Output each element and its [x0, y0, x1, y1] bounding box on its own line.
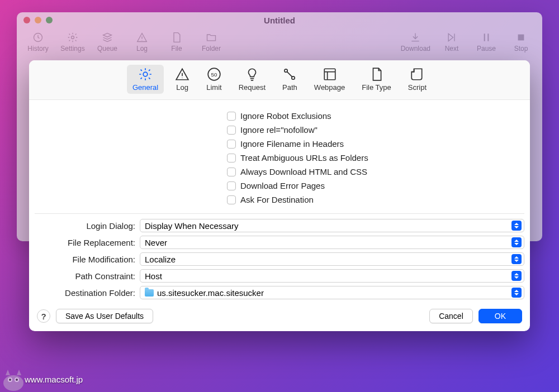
- next-icon: [446, 31, 458, 44]
- pause-icon: [480, 31, 492, 44]
- login-dialog-select[interactable]: Display When Necessary: [140, 219, 524, 232]
- file-modification-select[interactable]: Localize: [140, 252, 524, 266]
- checkbox-ignore-nofollow[interactable]: [227, 126, 236, 135]
- tab-general[interactable]: General: [127, 65, 164, 94]
- chevron-updown-icon: [511, 271, 522, 281]
- tab-limit[interactable]: 50 Limit: [201, 65, 227, 94]
- help-button[interactable]: ?: [37, 309, 50, 323]
- toolbar-pause[interactable]: Pause: [473, 31, 500, 52]
- tab-path[interactable]: Path: [277, 65, 303, 94]
- login-dialog-label: Login Dialog:: [35, 221, 135, 231]
- warning-icon: [136, 31, 148, 44]
- folder-icon: [205, 31, 217, 44]
- ok-button[interactable]: OK: [479, 309, 522, 323]
- chevron-updown-icon: [511, 221, 522, 231]
- main-toolbar: History Settings Queue Log File Folder D…: [17, 28, 542, 52]
- destination-folder-select[interactable]: us.sitesucker.mac.sitesucker: [140, 286, 524, 299]
- check-label: Ignore Filename in Headers: [240, 139, 344, 149]
- sheet-footer: ? Save As User Defaults Cancel OK: [29, 301, 530, 323]
- tab-label: Limit: [206, 83, 221, 92]
- mascot-icon: [0, 367, 27, 392]
- tab-label: Webpage: [314, 83, 345, 92]
- destination-folder-label: Destination Folder:: [35, 288, 135, 298]
- check-label: Always Download HTML and CSS: [240, 167, 367, 176]
- tab-request[interactable]: Request: [233, 65, 271, 94]
- check-label: Treat Ambiguous URLs as Folders: [240, 153, 368, 162]
- toolbar-queue[interactable]: Queue: [94, 31, 121, 52]
- clock-icon: [32, 31, 44, 44]
- titlebar: Untitled: [17, 12, 542, 28]
- chevron-updown-icon: [511, 237, 522, 247]
- folder-icon: [145, 289, 154, 297]
- select-value: us.sitesucker.mac.sitesucker: [157, 288, 264, 298]
- svg-point-1: [72, 36, 74, 39]
- tab-label: General: [132, 83, 158, 92]
- toolbar-folder[interactable]: Folder: [198, 31, 225, 52]
- file-icon: [170, 31, 183, 44]
- gear-icon: [67, 31, 79, 44]
- cancel-button[interactable]: Cancel: [429, 309, 473, 323]
- toolbar-log[interactable]: Log: [129, 31, 155, 52]
- tab-log[interactable]: Log: [169, 65, 195, 94]
- checkbox-download-error[interactable]: [227, 181, 236, 190]
- checkbox-group: Ignore Robot Exclusions Ignore rel="nofo…: [227, 100, 530, 213]
- select-value: Never: [145, 238, 167, 247]
- checkbox-ambiguous-urls[interactable]: [227, 154, 236, 162]
- check-label: Ignore rel="nofollow": [240, 125, 318, 135]
- tab-script[interactable]: Script: [402, 65, 432, 94]
- toolbar-history[interactable]: History: [25, 31, 51, 52]
- watermark-text: www.macsoft.jp: [25, 375, 83, 384]
- svg-rect-8: [324, 69, 335, 80]
- path-constraint-label: Path Constraint:: [35, 271, 135, 281]
- svg-text:50: 50: [211, 71, 217, 78]
- toolbar-next[interactable]: Next: [438, 31, 465, 52]
- checkbox-ignore-robot[interactable]: [227, 112, 236, 121]
- settings-sheet: General Log 50 Limit Request Path Webpag…: [29, 60, 530, 331]
- save-defaults-button[interactable]: Save As User Defaults: [56, 309, 153, 323]
- tab-label: Script: [408, 83, 427, 92]
- select-value: Display When Necessary: [145, 221, 239, 231]
- check-label: Download Error Pages: [240, 181, 325, 190]
- chevron-updown-icon: [511, 288, 522, 298]
- stack-icon: [101, 31, 113, 44]
- checkbox-ignore-filename[interactable]: [227, 140, 236, 149]
- checkbox-ask-destination[interactable]: [227, 195, 236, 204]
- tab-label: Request: [239, 83, 266, 92]
- divider: [35, 213, 524, 214]
- tab-filetype[interactable]: File Type: [356, 65, 397, 94]
- path-constraint-select[interactable]: Host: [140, 269, 524, 283]
- checkbox-download-html-css[interactable]: [227, 168, 236, 176]
- tab-label: Log: [176, 83, 188, 92]
- check-label: Ask For Destination: [240, 195, 314, 204]
- svg-point-13: [16, 379, 18, 381]
- tab-webpage[interactable]: Webpage: [309, 65, 350, 94]
- toolbar-download[interactable]: Download: [401, 31, 430, 52]
- select-rows: Login Dialog: Display When Necessary Fil…: [29, 217, 530, 301]
- file-replacement-label: File Replacement:: [35, 238, 135, 247]
- svg-point-3: [143, 72, 148, 77]
- select-value: Host: [145, 271, 162, 281]
- file-modification-label: File Modification:: [35, 255, 135, 264]
- check-label: Ignore Robot Exclusions: [240, 111, 331, 121]
- svg-point-9: [3, 375, 23, 391]
- select-value: Localize: [145, 255, 176, 264]
- stop-icon: [515, 31, 527, 44]
- toolbar-file[interactable]: File: [163, 31, 190, 52]
- window-title: Untitled: [17, 16, 542, 25]
- toolbar-settings[interactable]: Settings: [59, 31, 86, 52]
- download-icon: [409, 31, 421, 44]
- tab-label: File Type: [362, 83, 391, 92]
- file-replacement-select[interactable]: Never: [140, 236, 524, 249]
- svg-rect-2: [518, 35, 524, 40]
- tabbar: General Log 50 Limit Request Path Webpag…: [29, 60, 530, 100]
- toolbar-stop[interactable]: Stop: [508, 31, 534, 52]
- svg-point-12: [9, 379, 11, 381]
- chevron-updown-icon: [511, 254, 522, 264]
- tab-label: Path: [282, 83, 297, 92]
